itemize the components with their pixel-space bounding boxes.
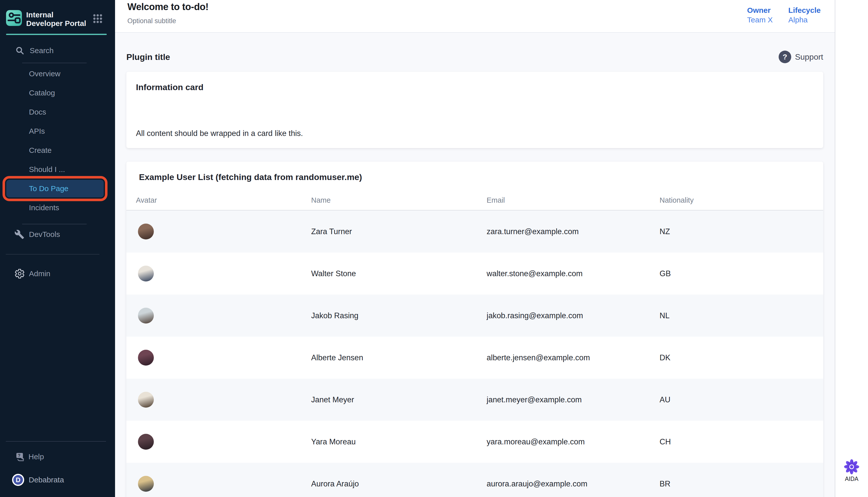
avatar [138, 476, 154, 492]
help-chat-icon: ? [14, 451, 28, 463]
cell-name: Zara Turner [311, 227, 487, 236]
plugin-header: Plugin title ? Support [126, 51, 823, 63]
cell-email: janet.meyer@example.com [487, 395, 660, 404]
question-icon: ? [779, 51, 791, 63]
table-row: Alberte Jensen alberte.jensen@example.co… [126, 337, 823, 379]
sidebar-item-overview[interactable]: Overview [0, 64, 115, 83]
main-area: Welcome to to-do! Optional subtitle Owne… [115, 0, 835, 497]
column-header-name: Name [311, 196, 487, 204]
sidebar-divider [22, 63, 87, 63]
cell-nationality: NZ [660, 227, 823, 236]
lifecycle-value[interactable]: Alpha [789, 16, 821, 24]
avatar [138, 224, 154, 239]
info-card-title: Information card [136, 82, 814, 92]
column-header-email: Email [487, 196, 660, 204]
portal-logo-icon [6, 10, 22, 26]
sidebar-item-devtools[interactable]: DevTools [0, 224, 115, 244]
avatar [138, 350, 154, 366]
support-label: Support [795, 52, 823, 62]
search-icon [16, 46, 24, 55]
cell-name: Aurora Araújo [311, 479, 487, 488]
sidebar-item-docs[interactable]: Docs [0, 102, 115, 122]
lifecycle-meta: Lifecycle Alpha [789, 6, 821, 24]
user-list-title: Example User List (fetching data from ra… [139, 172, 823, 182]
user-list-card: Example User List (fetching data from ra… [126, 162, 823, 497]
app-root: Internal Developer Portal Search Overvie… [0, 0, 868, 497]
cell-email: walter.stone@example.com [487, 269, 660, 278]
help-label: Help [28, 452, 44, 461]
plugin-title: Plugin title [126, 52, 170, 62]
aida-label: AIDA [845, 475, 858, 482]
sidebar-accent-bar [6, 34, 107, 35]
cell-nationality: BR [660, 479, 823, 488]
sidebar-divider [6, 254, 99, 255]
cell-name: Janet Meyer [311, 395, 487, 404]
search-label: Search [30, 46, 54, 55]
sidebar-divider [6, 441, 106, 442]
sidebar-item-help[interactable]: ? Help [0, 450, 115, 464]
information-card: Information card All content should be w… [126, 72, 823, 148]
sidebar: Internal Developer Portal Search Overvie… [0, 0, 115, 497]
cell-name: Walter Stone [311, 269, 487, 278]
sidebar-item-create[interactable]: Create [0, 141, 115, 160]
sidebar-item-incidents[interactable]: Incidents [0, 198, 115, 217]
sidebar-item-admin[interactable]: Admin [0, 264, 115, 284]
owner-label[interactable]: Owner [747, 6, 773, 15]
page-header: Welcome to to-do! Optional subtitle Owne… [115, 0, 835, 33]
column-header-avatar: Avatar [136, 196, 311, 204]
cell-email: alberte.jensen@example.com [487, 353, 660, 362]
cell-name: Alberte Jensen [311, 353, 487, 362]
right-gutter: AIDA [835, 0, 868, 497]
table-row: Zara Turner zara.turner@example.com NZ [126, 211, 823, 253]
cell-email: jakob.rasing@example.com [487, 311, 660, 320]
sidebar-item-search[interactable]: Search [0, 45, 115, 56]
devtools-label: DevTools [29, 230, 60, 239]
table-header-row: Avatar Name Email Nationality [126, 196, 823, 211]
cell-email: aurora.araujo@example.com [487, 479, 660, 488]
avatar [138, 434, 154, 450]
sidebar-item-catalog[interactable]: Catalog [0, 83, 115, 102]
cell-name: Jakob Rasing [311, 311, 487, 320]
avatar [138, 308, 154, 324]
lifecycle-label[interactable]: Lifecycle [789, 6, 821, 15]
cell-email: zara.turner@example.com [487, 227, 660, 236]
cell-nationality: DK [660, 353, 823, 362]
page-subtitle: Optional subtitle [127, 17, 176, 25]
table-row: Jakob Rasing jakob.rasing@example.com NL [126, 295, 823, 337]
table-row: Walter Stone walter.stone@example.com GB [126, 253, 823, 295]
gear-icon [14, 268, 29, 279]
page-title: Welcome to to-do! [127, 1, 208, 12]
table-row: Aurora Araújo aurora.araujo@example.com … [126, 463, 823, 497]
table-row: Janet Meyer janet.meyer@example.com AU [126, 379, 823, 421]
svg-text:?: ? [18, 453, 20, 458]
logo-block[interactable]: Internal Developer Portal [0, 0, 115, 28]
sidebar-footer: ? Help D Debabrata [0, 441, 115, 497]
apps-grid-icon[interactable] [92, 13, 103, 24]
aida-widget[interactable]: AIDA [844, 459, 859, 482]
page-content: Plugin title ? Support Information card … [115, 33, 835, 497]
user-avatar: D [12, 474, 24, 486]
cell-nationality: NL [660, 311, 823, 320]
cell-nationality: AU [660, 395, 823, 404]
aida-flower-icon [844, 459, 859, 474]
sidebar-item-todo-page[interactable]: To Do Page [6, 180, 104, 197]
avatar [138, 392, 154, 408]
sidebar-nav: Overview Catalog Docs APIs Create Should… [0, 64, 115, 217]
column-header-nationality: Nationality [660, 196, 823, 204]
table-row: Yara Moreau yara.moreau@example.com CH [126, 421, 823, 463]
cell-nationality: GB [660, 269, 823, 278]
header-meta: Owner Team X Lifecycle Alpha [747, 6, 821, 24]
cell-email: yara.moreau@example.com [487, 437, 660, 446]
support-button[interactable]: ? Support [779, 51, 823, 63]
sidebar-item-apis[interactable]: APIs [0, 122, 115, 141]
cell-name: Yara Moreau [311, 437, 487, 446]
wrench-icon [14, 229, 29, 239]
sidebar-item-should-i[interactable]: Should I ... [0, 160, 115, 179]
cell-nationality: CH [660, 437, 823, 446]
portal-title: Internal Developer Portal [26, 10, 89, 28]
admin-label: Admin [29, 269, 50, 278]
info-card-body: All content should be wrapped in a card … [136, 129, 814, 138]
owner-value[interactable]: Team X [747, 16, 773, 24]
sidebar-user[interactable]: D Debabrata [0, 474, 115, 486]
user-name: Debabrata [29, 475, 64, 484]
